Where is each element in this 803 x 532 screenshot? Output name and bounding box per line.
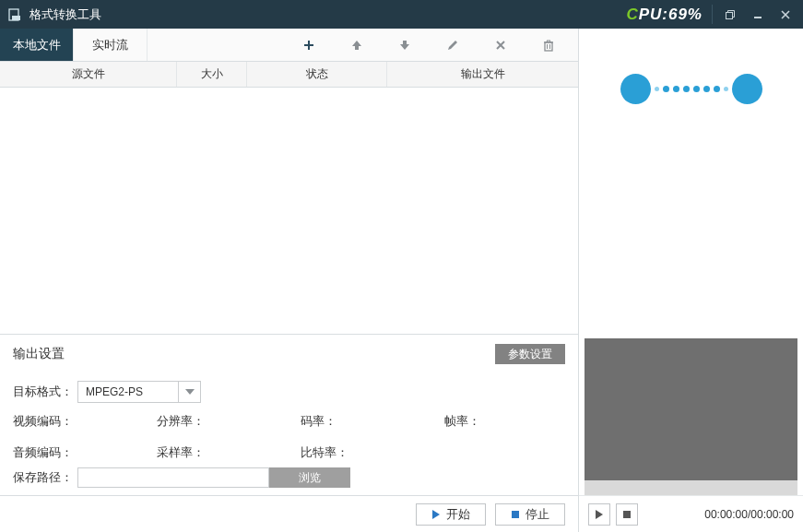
- app-icon: [7, 7, 22, 22]
- stop-icon: [511, 510, 520, 519]
- audio-bitrate-label: 比特率：: [301, 444, 348, 461]
- video-codec-label: 视频编码：: [13, 413, 73, 430]
- restore-button[interactable]: [716, 3, 744, 27]
- column-source[interactable]: 源文件: [0, 62, 177, 87]
- stop-button[interactable]: 停止: [495, 503, 565, 526]
- preview-scrollbar[interactable]: [585, 480, 797, 495]
- footer-bar: 开始 停止: [0, 495, 578, 532]
- output-settings-panel: 输出设置 参数设置 目标格式： MPEG2-PS 视频编码： 音频编码： 分辨率…: [0, 334, 578, 495]
- edit-button[interactable]: [443, 36, 462, 54]
- target-format-select[interactable]: MPEG2-PS: [77, 381, 201, 403]
- svg-rect-10: [545, 42, 552, 51]
- table-header: 源文件 大小 状态 输出文件: [0, 62, 578, 88]
- svg-rect-1: [12, 16, 20, 20]
- clear-button[interactable]: [539, 36, 558, 54]
- tab-bar: 本地文件 实时流: [0, 29, 578, 62]
- output-settings-title: 输出设置: [13, 346, 65, 362]
- column-size[interactable]: 大小: [177, 62, 247, 87]
- column-state[interactable]: 状态: [247, 62, 387, 87]
- title-bar: 格式转换工具 CPU:69%: [0, 0, 803, 29]
- close-button[interactable]: [772, 3, 799, 27]
- svg-rect-18: [623, 511, 631, 518]
- svg-rect-17: [512, 511, 519, 518]
- table-body[interactable]: [0, 88, 578, 334]
- browse-button[interactable]: 浏览: [269, 467, 350, 488]
- player-stop-button[interactable]: [616, 503, 638, 526]
- audio-codec-label: 音频编码：: [13, 444, 73, 461]
- framerate-label: 帧率：: [444, 413, 480, 430]
- bitrate-label: 码率：: [301, 413, 337, 430]
- svg-rect-2: [726, 12, 733, 18]
- start-button[interactable]: 开始: [416, 503, 486, 526]
- tab-realtime-stream[interactable]: 实时流: [74, 29, 148, 61]
- left-pane: 本地文件 实时流 源文件 大小 状态 输出文件 输出设置 参数设置: [0, 29, 579, 532]
- chevron-down-icon[interactable]: [178, 382, 200, 402]
- target-format-label: 目标格式：: [13, 384, 77, 400]
- samplerate-label: 采样率：: [157, 444, 205, 461]
- window-title: 格式转换工具: [30, 6, 620, 23]
- param-settings-button[interactable]: 参数设置: [495, 344, 565, 364]
- move-up-button[interactable]: [348, 36, 366, 54]
- player-time: 00:00:00/00:00:00: [644, 508, 794, 521]
- add-button[interactable]: [300, 36, 318, 54]
- target-node-icon: [732, 74, 762, 104]
- target-format-value: MPEG2-PS: [78, 385, 178, 398]
- conversion-graphic: [579, 29, 803, 148]
- player-play-button[interactable]: [588, 503, 610, 526]
- resolution-label: 分辨率：: [157, 413, 205, 430]
- player-controls: 00:00:00/00:00:00: [579, 495, 803, 532]
- cpu-badge: CPU:69%: [620, 6, 708, 24]
- play-icon: [431, 510, 441, 519]
- minimize-button[interactable]: [744, 3, 772, 27]
- save-path-input[interactable]: [77, 467, 269, 488]
- source-node-icon: [620, 74, 651, 104]
- titlebar-separator: [712, 5, 713, 24]
- save-path-label: 保存路径：: [13, 469, 77, 486]
- right-pane: 00:00:00/00:00:00: [579, 29, 803, 532]
- video-preview[interactable]: [585, 338, 797, 495]
- remove-button[interactable]: [491, 36, 510, 54]
- column-output[interactable]: 输出文件: [387, 62, 578, 87]
- tab-local-file[interactable]: 本地文件: [0, 29, 74, 61]
- move-down-button[interactable]: [396, 36, 414, 54]
